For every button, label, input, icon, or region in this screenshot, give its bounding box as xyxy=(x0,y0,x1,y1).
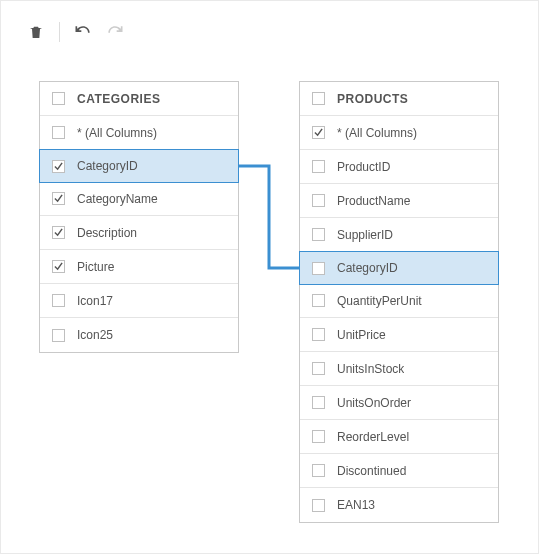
column-label: UnitsOnOrder xyxy=(337,396,411,410)
select-all-checkbox[interactable] xyxy=(52,92,65,105)
column-label: * (All Columns) xyxy=(337,126,417,140)
table-products[interactable]: PRODUCTS * (All Columns)ProductIDProduct… xyxy=(299,81,499,523)
column-checkbox[interactable] xyxy=(312,160,325,173)
column-checkbox[interactable] xyxy=(312,194,325,207)
column-label: Picture xyxy=(77,260,114,274)
column-row[interactable]: ReorderLevel xyxy=(300,420,498,454)
column-checkbox[interactable] xyxy=(52,160,65,173)
delete-button[interactable] xyxy=(25,21,47,43)
column-label: Icon17 xyxy=(77,294,113,308)
column-checkbox[interactable] xyxy=(312,396,325,409)
column-checkbox[interactable] xyxy=(312,430,325,443)
column-row[interactable]: Discontinued xyxy=(300,454,498,488)
column-checkbox[interactable] xyxy=(312,262,325,275)
table-title: CATEGORIES xyxy=(77,92,160,106)
column-label: UnitPrice xyxy=(337,328,386,342)
column-label: CategoryName xyxy=(77,192,158,206)
column-checkbox[interactable] xyxy=(312,126,325,139)
redo-icon xyxy=(105,22,125,42)
column-checkbox[interactable] xyxy=(312,464,325,477)
column-label: Icon25 xyxy=(77,328,113,342)
column-label: CategoryID xyxy=(77,159,138,173)
column-row[interactable]: * (All Columns) xyxy=(40,116,238,150)
column-checkbox[interactable] xyxy=(52,226,65,239)
trash-icon xyxy=(28,24,44,40)
column-checkbox[interactable] xyxy=(52,294,65,307)
column-row[interactable]: UnitPrice xyxy=(300,318,498,352)
column-checkbox[interactable] xyxy=(312,499,325,512)
column-label: EAN13 xyxy=(337,498,375,512)
column-row[interactable]: CategoryID xyxy=(299,251,499,285)
column-row[interactable]: * (All Columns) xyxy=(300,116,498,150)
column-row[interactable]: Description xyxy=(40,216,238,250)
column-row[interactable]: ProductID xyxy=(300,150,498,184)
column-row[interactable]: CategoryName xyxy=(40,182,238,216)
column-row[interactable]: Picture xyxy=(40,250,238,284)
column-label: Description xyxy=(77,226,137,240)
redo-button[interactable] xyxy=(104,21,126,43)
column-label: ProductName xyxy=(337,194,410,208)
column-row[interactable]: QuantityPerUnit xyxy=(300,284,498,318)
query-designer-canvas: CATEGORIES * (All Columns)CategoryIDCate… xyxy=(0,0,539,554)
separator xyxy=(59,22,60,42)
table-header[interactable]: CATEGORIES xyxy=(40,82,238,116)
column-checkbox[interactable] xyxy=(52,126,65,139)
column-row[interactable]: UnitsOnOrder xyxy=(300,386,498,420)
column-checkbox[interactable] xyxy=(52,329,65,342)
column-row[interactable]: Icon17 xyxy=(40,284,238,318)
column-checkbox[interactable] xyxy=(52,192,65,205)
column-checkbox[interactable] xyxy=(312,328,325,341)
column-label: ReorderLevel xyxy=(337,430,409,444)
column-row[interactable]: CategoryID xyxy=(39,149,239,183)
column-label: UnitsInStock xyxy=(337,362,404,376)
column-label: SupplierID xyxy=(337,228,393,242)
column-label: CategoryID xyxy=(337,261,398,275)
column-row[interactable]: Icon25 xyxy=(40,318,238,352)
column-row[interactable]: UnitsInStock xyxy=(300,352,498,386)
column-label: Discontinued xyxy=(337,464,406,478)
column-row[interactable]: EAN13 xyxy=(300,488,498,522)
toolbar xyxy=(25,21,126,43)
column-label: ProductID xyxy=(337,160,390,174)
column-label: * (All Columns) xyxy=(77,126,157,140)
undo-button[interactable] xyxy=(72,21,94,43)
table-categories[interactable]: CATEGORIES * (All Columns)CategoryIDCate… xyxy=(39,81,239,353)
column-checkbox[interactable] xyxy=(312,228,325,241)
column-checkbox[interactable] xyxy=(312,362,325,375)
undo-icon xyxy=(73,22,93,42)
table-header[interactable]: PRODUCTS xyxy=(300,82,498,116)
table-title: PRODUCTS xyxy=(337,92,408,106)
column-label: QuantityPerUnit xyxy=(337,294,422,308)
column-checkbox[interactable] xyxy=(312,294,325,307)
column-row[interactable]: ProductName xyxy=(300,184,498,218)
column-row[interactable]: SupplierID xyxy=(300,218,498,252)
select-all-checkbox[interactable] xyxy=(312,92,325,105)
column-checkbox[interactable] xyxy=(52,260,65,273)
